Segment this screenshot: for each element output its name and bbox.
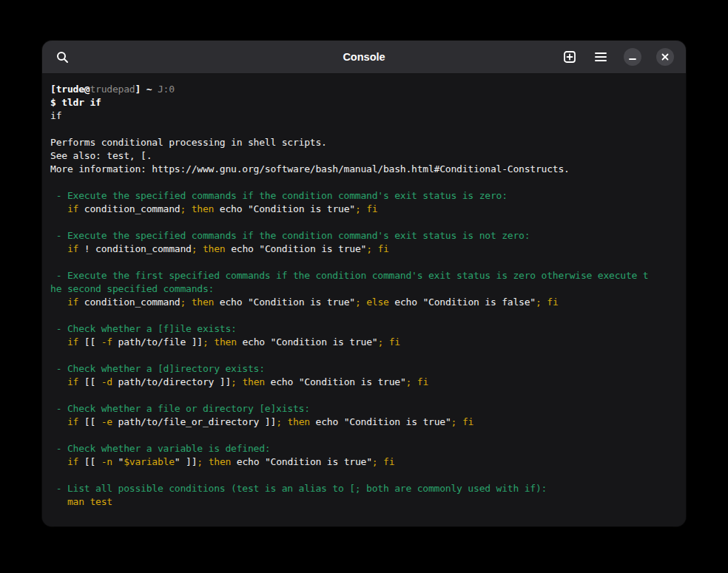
terminal-line: [trude@trudepad] ~ J:0 <box>50 83 678 96</box>
terminal-line: More information: https://www.gnu.org/so… <box>50 163 678 176</box>
terminal-line: he second specified commands: <box>50 282 678 296</box>
hamburger-menu-icon <box>594 52 607 62</box>
minimize-button[interactable] <box>624 48 641 66</box>
terminal-line: if [[ -f path/to/file ]]; then echo "Con… <box>50 336 678 349</box>
terminal-screen[interactable]: [trude@trudepad] ~ J:0$ tldr ifif Perfor… <box>42 74 686 526</box>
terminal-line: Performs conditional processing in shell… <box>50 136 678 149</box>
terminal-line: - Check whether a variable is defined: <box>50 442 678 455</box>
terminal-line <box>50 216 678 229</box>
terminal-line <box>50 349 678 362</box>
terminal-line: if <box>50 109 678 123</box>
terminal-line <box>50 429 678 442</box>
terminal-line: - Execute the specified commands if the … <box>50 189 678 203</box>
terminal-line: if [[ -e path/to/file_or_directory ]]; t… <box>50 416 678 429</box>
terminal-line: if [[ -d path/to/directory ]]; then echo… <box>50 376 678 389</box>
search-button[interactable] <box>50 44 75 69</box>
titlebar[interactable]: Console <box>42 41 686 74</box>
new-tab-button[interactable] <box>557 44 582 69</box>
terminal-line: - Execute the specified commands if the … <box>50 229 678 243</box>
close-button[interactable] <box>656 48 674 66</box>
new-tab-icon <box>563 50 576 64</box>
menu-button[interactable] <box>588 44 613 69</box>
minimize-icon <box>629 53 636 61</box>
terminal-line <box>50 309 678 322</box>
terminal-line <box>50 256 678 269</box>
terminal-line: man test <box>50 495 678 509</box>
terminal-line: - Check whether a [d]irectory exists: <box>50 362 678 376</box>
console-window: Console <box>42 41 686 526</box>
terminal-line <box>50 176 678 189</box>
terminal-line: if ! condition_command; then echo "Condi… <box>50 243 678 256</box>
terminal-line: - List all possible conditions (test is … <box>50 482 678 495</box>
terminal-line: $ tldr if <box>50 96 678 109</box>
terminal-line: if condition_command; then echo "Conditi… <box>50 203 678 216</box>
terminal-line: - Execute the first specified commands i… <box>50 269 678 282</box>
close-icon <box>661 53 669 61</box>
terminal-line <box>50 389 678 402</box>
terminal-line <box>50 123 678 136</box>
terminal-line: - Check whether a file or directory [e]x… <box>50 402 678 416</box>
terminal-line: if [[ -n "$variable" ]]; then echo "Cond… <box>50 455 678 469</box>
terminal-line: See also: test, [. <box>50 149 678 163</box>
search-icon <box>56 51 69 64</box>
terminal-line: if condition_command; then echo "Conditi… <box>50 296 678 309</box>
terminal-line <box>50 469 678 482</box>
terminal-line: - Check whether a [f]ile exists: <box>50 322 678 336</box>
